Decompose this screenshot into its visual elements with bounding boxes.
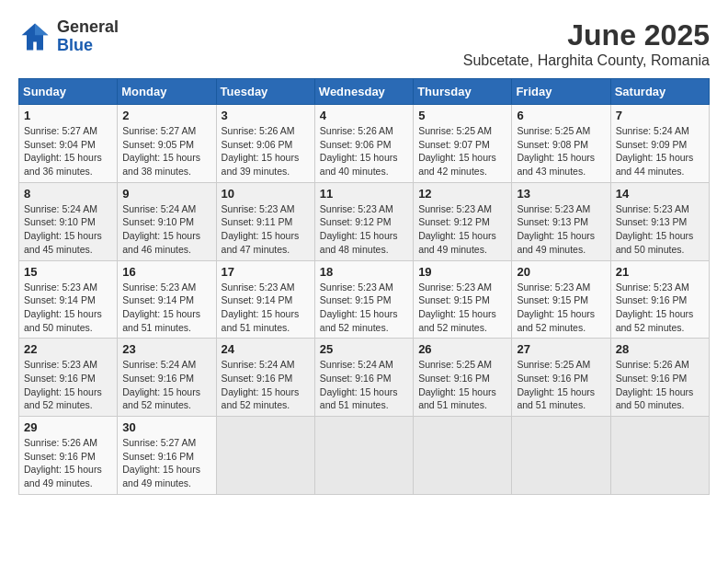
calendar-cell: 9 Sunrise: 5:24 AMSunset: 9:10 PMDayligh… bbox=[118, 182, 216, 260]
calendar-cell: 3 Sunrise: 5:26 AMSunset: 9:06 PMDayligh… bbox=[216, 105, 314, 183]
calendar-cell: 16 Sunrise: 5:23 AMSunset: 9:14 PMDaylig… bbox=[118, 260, 216, 339]
calendar-cell: 29 Sunrise: 5:26 AMSunset: 9:16 PMDaylig… bbox=[19, 417, 118, 495]
day-number: 26 bbox=[418, 342, 506, 356]
calendar-cell: 30 Sunrise: 5:27 AMSunset: 9:16 PMDaylig… bbox=[118, 417, 216, 495]
day-number: 6 bbox=[517, 109, 605, 122]
logo-blue: Blue bbox=[57, 37, 119, 55]
calendar-cell: 22 Sunrise: 5:23 AMSunset: 9:16 PMDaylig… bbox=[19, 339, 118, 417]
day-number: 5 bbox=[418, 109, 506, 122]
calendar-week-row: 29 Sunrise: 5:26 AMSunset: 9:16 PMDaylig… bbox=[19, 417, 710, 495]
calendar-cell: 24 Sunrise: 5:24 AMSunset: 9:16 PMDaylig… bbox=[216, 339, 314, 417]
logo: General Blue bbox=[18, 18, 119, 55]
day-number: 25 bbox=[320, 342, 408, 356]
day-info: Sunrise: 5:23 AMSunset: 9:16 PMDaylight:… bbox=[616, 282, 694, 333]
day-number: 16 bbox=[122, 265, 210, 279]
calendar-week-row: 8 Sunrise: 5:24 AMSunset: 9:10 PMDayligh… bbox=[19, 182, 710, 260]
calendar-cell: 26 Sunrise: 5:25 AMSunset: 9:16 PMDaylig… bbox=[414, 339, 512, 417]
day-number: 30 bbox=[122, 420, 210, 434]
day-number: 19 bbox=[418, 265, 506, 279]
calendar-cell: 20 Sunrise: 5:23 AMSunset: 9:15 PMDaylig… bbox=[512, 260, 610, 339]
day-info: Sunrise: 5:26 AMSunset: 9:06 PMDaylight:… bbox=[320, 125, 398, 177]
calendar-week-row: 15 Sunrise: 5:23 AMSunset: 9:14 PMDaylig… bbox=[19, 260, 710, 339]
day-info: Sunrise: 5:23 AMSunset: 9:12 PMDaylight:… bbox=[320, 203, 398, 255]
calendar-cell: 15 Sunrise: 5:23 AMSunset: 9:14 PMDaylig… bbox=[19, 260, 118, 339]
header-friday: Friday bbox=[512, 79, 610, 105]
day-number: 13 bbox=[517, 187, 605, 201]
day-number: 3 bbox=[222, 109, 310, 122]
weekday-header-row: Sunday Monday Tuesday Wednesday Thursday… bbox=[19, 79, 710, 105]
calendar-cell bbox=[512, 417, 610, 495]
day-info: Sunrise: 5:23 AMSunset: 9:14 PMDaylight:… bbox=[222, 282, 300, 333]
day-number: 10 bbox=[222, 187, 310, 201]
calendar-cell: 28 Sunrise: 5:26 AMSunset: 9:16 PMDaylig… bbox=[610, 339, 709, 417]
calendar-cell: 17 Sunrise: 5:23 AMSunset: 9:14 PMDaylig… bbox=[216, 260, 314, 339]
header-saturday: Saturday bbox=[610, 79, 709, 105]
header-tuesday: Tuesday bbox=[216, 79, 314, 105]
day-info: Sunrise: 5:23 AMSunset: 9:14 PMDaylight:… bbox=[122, 282, 200, 333]
header-thursday: Thursday bbox=[414, 79, 512, 105]
day-info: Sunrise: 5:24 AMSunset: 9:10 PMDaylight:… bbox=[122, 203, 200, 255]
day-info: Sunrise: 5:26 AMSunset: 9:16 PMDaylight:… bbox=[24, 437, 102, 488]
header-sunday: Sunday bbox=[19, 79, 118, 105]
calendar-cell bbox=[216, 417, 314, 495]
calendar-cell: 7 Sunrise: 5:24 AMSunset: 9:09 PMDayligh… bbox=[610, 105, 709, 183]
day-info: Sunrise: 5:23 AMSunset: 9:15 PMDaylight:… bbox=[517, 282, 595, 333]
calendar-cell bbox=[314, 417, 413, 495]
day-info: Sunrise: 5:24 AMSunset: 9:16 PMDaylight:… bbox=[320, 359, 398, 410]
calendar-cell: 18 Sunrise: 5:23 AMSunset: 9:15 PMDaylig… bbox=[314, 260, 413, 339]
day-info: Sunrise: 5:25 AMSunset: 9:08 PMDaylight:… bbox=[517, 125, 595, 177]
day-info: Sunrise: 5:23 AMSunset: 9:13 PMDaylight:… bbox=[616, 203, 694, 255]
day-number: 12 bbox=[418, 187, 506, 201]
header-wednesday: Wednesday bbox=[314, 79, 413, 105]
calendar-cell: 5 Sunrise: 5:25 AMSunset: 9:07 PMDayligh… bbox=[414, 105, 512, 183]
svg-marker-1 bbox=[35, 23, 48, 35]
day-info: Sunrise: 5:23 AMSunset: 9:15 PMDaylight:… bbox=[418, 282, 496, 333]
day-info: Sunrise: 5:23 AMSunset: 9:11 PMDaylight:… bbox=[222, 203, 300, 255]
calendar-cell: 4 Sunrise: 5:26 AMSunset: 9:06 PMDayligh… bbox=[314, 105, 413, 183]
calendar-week-row: 22 Sunrise: 5:23 AMSunset: 9:16 PMDaylig… bbox=[19, 339, 710, 417]
day-info: Sunrise: 5:25 AMSunset: 9:16 PMDaylight:… bbox=[418, 359, 496, 410]
calendar-week-row: 1 Sunrise: 5:27 AMSunset: 9:04 PMDayligh… bbox=[19, 105, 710, 183]
day-info: Sunrise: 5:27 AMSunset: 9:04 PMDaylight:… bbox=[24, 125, 102, 177]
day-number: 21 bbox=[616, 265, 704, 279]
day-info: Sunrise: 5:25 AMSunset: 9:07 PMDaylight:… bbox=[418, 125, 496, 177]
day-info: Sunrise: 5:23 AMSunset: 9:14 PMDaylight:… bbox=[24, 282, 102, 333]
header-monday: Monday bbox=[118, 79, 216, 105]
calendar-cell: 21 Sunrise: 5:23 AMSunset: 9:16 PMDaylig… bbox=[610, 260, 709, 339]
day-number: 20 bbox=[517, 265, 605, 279]
day-number: 22 bbox=[24, 342, 112, 356]
calendar-cell: 25 Sunrise: 5:24 AMSunset: 9:16 PMDaylig… bbox=[314, 339, 413, 417]
day-number: 11 bbox=[320, 187, 408, 201]
day-number: 8 bbox=[24, 187, 112, 201]
calendar-table: Sunday Monday Tuesday Wednesday Thursday… bbox=[18, 78, 710, 495]
calendar-cell: 19 Sunrise: 5:23 AMSunset: 9:15 PMDaylig… bbox=[414, 260, 512, 339]
calendar-cell: 23 Sunrise: 5:24 AMSunset: 9:16 PMDaylig… bbox=[118, 339, 216, 417]
day-number: 4 bbox=[320, 109, 408, 122]
calendar-cell: 6 Sunrise: 5:25 AMSunset: 9:08 PMDayligh… bbox=[512, 105, 610, 183]
day-info: Sunrise: 5:23 AMSunset: 9:12 PMDaylight:… bbox=[418, 203, 496, 255]
day-info: Sunrise: 5:23 AMSunset: 9:16 PMDaylight:… bbox=[24, 359, 102, 410]
calendar-cell: 12 Sunrise: 5:23 AMSunset: 9:12 PMDaylig… bbox=[414, 182, 512, 260]
day-number: 2 bbox=[122, 109, 210, 122]
day-number: 27 bbox=[517, 342, 605, 356]
subtitle: Subcetate, Harghita County, Romania bbox=[463, 52, 710, 69]
day-number: 23 bbox=[122, 342, 210, 356]
page-header: General Blue June 2025 Subcetate, Harghi… bbox=[18, 18, 710, 69]
logo-icon bbox=[18, 20, 51, 53]
day-info: Sunrise: 5:26 AMSunset: 9:06 PMDaylight:… bbox=[222, 125, 300, 177]
calendar-cell bbox=[610, 417, 709, 495]
day-number: 14 bbox=[616, 187, 704, 201]
day-info: Sunrise: 5:25 AMSunset: 9:16 PMDaylight:… bbox=[517, 359, 595, 410]
calendar-cell: 11 Sunrise: 5:23 AMSunset: 9:12 PMDaylig… bbox=[314, 182, 413, 260]
day-number: 15 bbox=[24, 265, 112, 279]
title-section: June 2025 Subcetate, Harghita County, Ro… bbox=[463, 18, 710, 69]
day-info: Sunrise: 5:23 AMSunset: 9:13 PMDaylight:… bbox=[517, 203, 595, 255]
calendar-cell: 1 Sunrise: 5:27 AMSunset: 9:04 PMDayligh… bbox=[19, 105, 118, 183]
day-number: 1 bbox=[24, 109, 112, 122]
calendar-cell: 2 Sunrise: 5:27 AMSunset: 9:05 PMDayligh… bbox=[118, 105, 216, 183]
calendar-cell: 13 Sunrise: 5:23 AMSunset: 9:13 PMDaylig… bbox=[512, 182, 610, 260]
day-number: 28 bbox=[616, 342, 704, 356]
calendar-cell: 27 Sunrise: 5:25 AMSunset: 9:16 PMDaylig… bbox=[512, 339, 610, 417]
logo-general: General bbox=[57, 18, 119, 37]
day-info: Sunrise: 5:26 AMSunset: 9:16 PMDaylight:… bbox=[616, 359, 694, 410]
